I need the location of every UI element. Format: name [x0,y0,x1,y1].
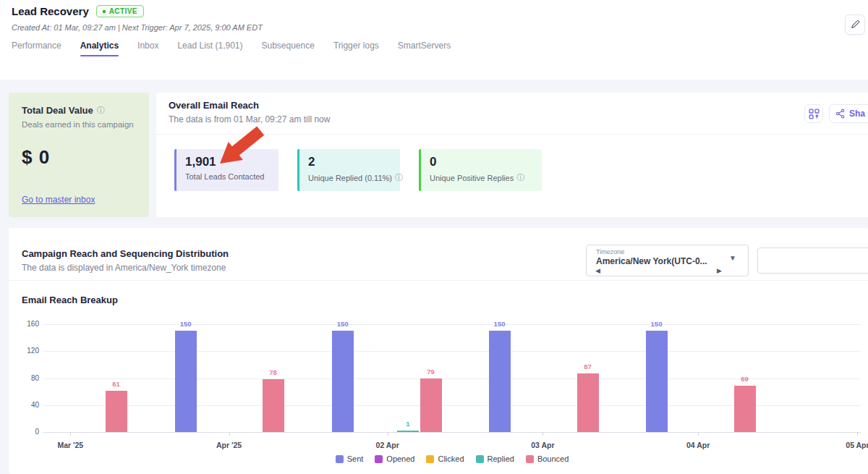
x-axis-label: 05 Apr [846,441,868,449]
tab-subsequence[interactable]: Subsequence [261,41,314,56]
bar-sent [332,331,354,432]
bar-bounced [263,379,284,432]
status-dot-icon [103,10,106,13]
legend-label: Sent [347,454,364,463]
total-deal-value-card: Total Deal Value ⓘ Deals earned in this … [9,93,149,217]
overall-email-reach-card: Overall Email Reach The data is from 01 … [156,93,868,217]
y-axis-label: 120 [27,347,39,355]
legend-item-sent[interactable]: Sent [336,454,364,463]
reach-card-title: Overall Email Reach [169,100,259,111]
info-icon[interactable]: ⓘ [516,172,524,183]
deal-value: $ 0 [22,146,136,169]
chart-plot: 61150781501791508715069 [43,324,861,432]
x-axis-label: 03 Apr [531,441,554,449]
bar-value-label: 79 [427,368,435,376]
timezone-select[interactable]: Timezone America/New York(UTC-0... ▼ ◀ ▶ [586,245,749,276]
campaign-section-title: Campaign Reach and Sequencing Distributi… [22,248,229,259]
stat-unique-replied: 2 Unique Replied (0.11%) ⓘ [297,149,400,191]
tab-inbox[interactable]: Inbox [137,41,158,56]
x-axis-label: 02 Apr [376,441,399,449]
legend-swatch-icon [526,455,534,463]
legend-label: Opened [386,454,414,463]
legend-swatch-icon [476,455,484,463]
tab-bar: Performance Analytics Inbox Lead List (1… [12,41,451,56]
tab-smartservers[interactable]: SmartServers [398,41,451,56]
gridline [43,432,861,433]
legend-label: Replied [488,454,514,463]
chevron-down-icon[interactable]: ▼ [729,254,736,262]
legend-item-bounced[interactable]: Bounced [526,454,569,463]
y-axis-label: 160 [27,320,39,328]
tab-performance[interactable]: Performance [12,41,61,56]
page-header: Lead Recovery ACTIVE Created At: 01 Mar,… [0,0,868,80]
y-axis: 04080120160 [17,324,39,432]
bar-value-label: 87 [584,363,592,371]
bar-value-label: 78 [269,368,277,376]
x-axis-tick [857,432,858,436]
timezone-select-label: Timezone [596,248,624,255]
stat-label: Unique Positive Replies [430,174,514,182]
bar-bounced [420,378,442,432]
legend-swatch-icon [375,455,383,463]
dashboard-icon [809,109,820,119]
x-axis-label: Apr '25 [216,441,242,449]
share-button-label: Sha [849,109,865,119]
divider [9,280,868,281]
legend-item-replied[interactable]: Replied [476,454,514,463]
legend-label: Clicked [438,454,464,463]
campaign-section-subtitle: The data is displayed in America/New_Yor… [22,263,226,273]
timezone-prev-icon[interactable]: ◀ [595,267,600,274]
bar-bounced [734,386,756,432]
pencil-icon [850,20,860,30]
stat-total-leads-contacted: 1,901 Total Leads Contacted [174,149,278,191]
bar-bounced [577,373,599,432]
tab-lead-list[interactable]: Lead List (1,901) [177,41,242,56]
share-nodes-icon [835,109,846,119]
bar-value-label: 150 [337,320,349,328]
x-axis-tick [698,432,699,436]
timezone-select-value: America/New York(UTC-0... [596,256,707,266]
bar-value-label: 1 [406,420,409,428]
dashboard-view-button[interactable] [804,104,823,123]
deal-card-title: Total Deal Value [22,105,93,116]
x-axis-tick [229,432,230,436]
timezone-next-icon[interactable]: ▶ [717,267,722,274]
x-axis-tick [388,432,388,436]
master-inbox-link[interactable]: Go to master inbox [22,195,95,205]
gridline [43,351,861,352]
bar-value-label: 150 [494,320,506,328]
bar-value-label: 69 [741,375,749,383]
bar-bounced [106,391,127,432]
edit-campaign-button[interactable] [845,14,865,35]
bar-replied [397,431,419,432]
status-badge: ACTIVE [96,5,144,17]
tab-analytics[interactable]: Analytics [80,41,119,56]
tab-trigger-logs[interactable]: Trigger logs [333,41,379,56]
legend-item-opened[interactable]: Opened [375,454,414,463]
x-axis: Mar '25Apr '2502 Apr03 Apr04 Apr05 Apr [43,436,861,448]
bar-value-label: 61 [112,380,120,388]
x-axis-label: 04 Apr [686,441,710,449]
y-axis-label: 40 [31,401,39,409]
bar-sent [646,331,668,432]
y-axis-label: 0 [35,428,39,436]
x-axis-tick [70,432,71,436]
x-axis-tick [542,432,543,436]
status-badge-label: ACTIVE [109,7,137,15]
stat-value: 2 [308,155,391,169]
stat-unique-positive-replies: 0 Unique Positive Replies ⓘ [419,149,542,191]
reach-card-subtitle: The data is from 01 Mar, 09:27 am till n… [169,114,330,124]
legend-swatch-icon [336,455,344,463]
info-icon[interactable]: ⓘ [395,172,403,183]
legend-item-clicked[interactable]: Clicked [426,454,464,463]
legend-swatch-icon [426,455,434,463]
info-icon[interactable]: ⓘ [97,105,105,116]
date-range-input[interactable] [757,247,868,274]
deal-card-subtitle: Deals earned in this campaign [22,120,136,129]
page-title: Lead Recovery [12,5,89,17]
share-button[interactable]: Sha [829,104,868,123]
chart-legend: SentOpenedClickedRepliedBounced [43,454,861,463]
bar-value-label: 150 [180,320,192,328]
x-axis-label: Mar '25 [57,441,83,449]
chart-title: Email Reach Breakup [22,295,118,305]
